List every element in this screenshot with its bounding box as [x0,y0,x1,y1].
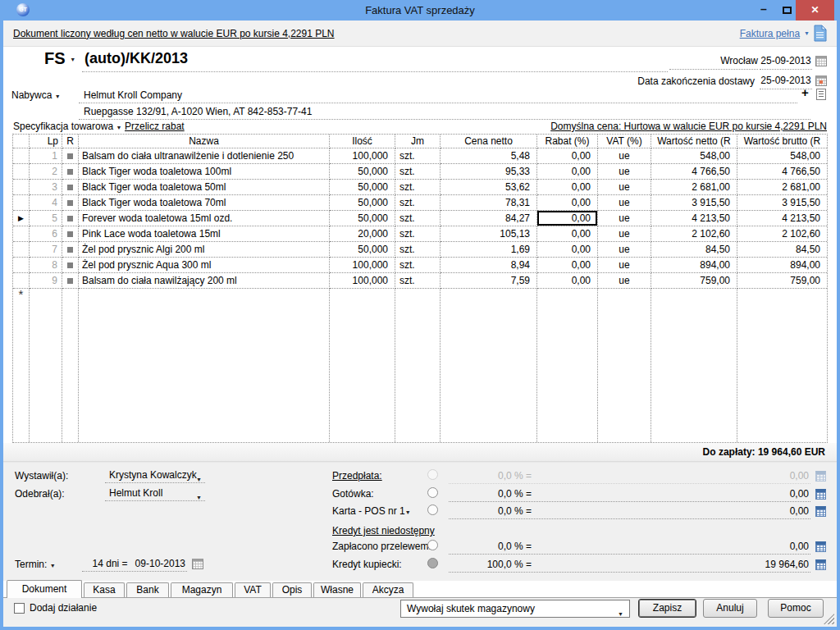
cell-discount[interactable]: 0,00 [537,148,598,164]
add-action-checkbox[interactable] [14,603,25,614]
tab-dokument[interactable]: Dokument [7,580,82,598]
cell-price[interactable]: 7,59 [441,273,537,289]
resize-grip[interactable] [824,614,834,624]
prepayment-amount[interactable]: 0,00 [790,468,809,484]
card-selector[interactable]: Karta - POS nr 1▼ [332,504,411,519]
minimize-button[interactable]: – [753,0,774,21]
cell-price[interactable]: 95,33 [441,164,537,180]
cell-net[interactable]: 4 766,50 [651,164,737,180]
cell-gross[interactable]: 759,00 [737,273,827,289]
cell-unit[interactable]: szt. [395,164,441,180]
cell-unit[interactable]: szt. [395,195,441,211]
cell-discount[interactable]: 0,00 [537,242,598,258]
calculator-icon[interactable] [815,541,826,552]
cell-vat[interactable]: ue [598,148,651,164]
cell-name[interactable]: Żel pod prysznic Aqua 300 ml [79,258,330,273]
cell-qty[interactable]: 50,000 [330,195,395,211]
cell-unit[interactable]: szt. [395,211,441,226]
cash-radio[interactable] [427,487,438,498]
save-button[interactable]: Zapisz [638,599,696,618]
cell-vat[interactable]: ue [598,242,651,258]
row-selector[interactable] [13,226,30,242]
cell-net[interactable]: 894,00 [651,258,737,273]
cell-name[interactable]: Black Tiger woda toaletowa 100ml [79,164,330,180]
close-button[interactable]: ✕ [796,0,834,21]
cell-net[interactable]: 759,00 [651,273,737,289]
help-button[interactable]: Pomoc [768,599,824,618]
cell-discount[interactable]: 0,00 [537,164,598,180]
cell-discount-selected[interactable]: 0,00 [537,211,598,226]
row-selector[interactable] [13,148,30,164]
cell-gross[interactable]: 548,00 [737,148,827,164]
invoice-type-link[interactable]: Faktura pełna [740,28,800,39]
cell-net[interactable]: 3 915,50 [651,195,737,211]
cell-name[interactable]: Pink Lace woda toaletowa 15ml [79,226,330,242]
cell-qty[interactable]: 20,000 [330,226,395,242]
cell-vat[interactable]: ue [598,180,651,195]
pricing-info-link[interactable]: Dokument liczony według cen netto w walu… [13,28,335,39]
cell-qty[interactable]: 100,000 [330,258,395,273]
cancel-button[interactable]: Anuluj [703,599,757,618]
cell-gross[interactable]: 4 766,50 [737,164,827,180]
calendar-icon[interactable] [815,75,827,86]
cell-gross[interactable]: 4 213,50 [737,211,827,226]
row-selector[interactable] [13,195,30,211]
calculator-icon[interactable] [815,506,826,517]
buyer-address-field[interactable]: Ruepgasse 132/91, A-1020 Wien, AT 842-85… [79,105,810,120]
cell-gross[interactable]: 2 681,00 [737,180,827,195]
cell-unit[interactable]: szt. [395,242,441,258]
cell-discount[interactable]: 0,00 [537,273,598,289]
cell-vat[interactable]: ue [598,226,651,242]
cell-price[interactable]: 105,13 [441,226,537,242]
row-selector[interactable] [13,164,30,180]
tab-magazyn[interactable]: Magazyn [171,582,233,597]
cell-name[interactable]: Forever woda toaletowa 15ml ozd. [79,211,330,226]
merchant-credit-percent[interactable]: 100,0 % = [449,557,532,573]
cell-qty[interactable]: 50,000 [330,242,395,258]
cell-discount[interactable]: 0,00 [537,258,598,273]
merchant-credit-radio[interactable] [427,558,438,568]
row-selector[interactable] [13,258,30,273]
card-percent[interactable]: 0,0 % = [449,504,532,519]
row-selector-current[interactable]: ▶ [13,211,30,226]
doc-type-selector[interactable]: FS ▼ [44,49,75,68]
cell-name[interactable]: Żel pod prysznic Algi 200 ml [79,242,330,258]
default-price-link[interactable]: Domyślna cena: Hurtowa w walucie EUR po … [550,120,827,134]
cell-qty[interactable]: 100,000 [330,273,395,289]
doc-number-field[interactable]: (auto)/KK/2013 [84,50,188,67]
calendar-icon[interactable] [815,56,827,66]
cell-net[interactable]: 2 681,00 [651,180,737,195]
cell-vat[interactable]: ue [598,258,651,273]
cell-qty[interactable]: 50,000 [330,164,395,180]
merchant-credit-amount[interactable]: 19 964,60 [765,557,809,573]
cell-unit[interactable]: szt. [395,258,441,273]
cell-net[interactable]: 548,00 [651,148,737,164]
buyer-name-field[interactable]: Helmut Kroll Company [79,88,797,103]
received-by-combo[interactable]: Helmut Kroll▼ [105,486,205,501]
card-amount[interactable]: 0,00 [790,504,809,519]
cell-vat[interactable]: ue [598,211,651,226]
cell-gross[interactable]: 84,50 [737,242,827,258]
buyer-list-icon[interactable] [816,89,826,100]
credit-unavailable-link[interactable]: Kredyt jest niedostępny [332,523,435,539]
transfer-radio[interactable] [427,540,438,550]
cell-vat[interactable]: ue [598,195,651,211]
calculator-icon[interactable] [815,489,826,500]
tab-wlasne[interactable]: Własne [313,582,361,597]
row-selector[interactable] [13,273,30,289]
prepayment-link[interactable]: Przedpłata: [332,468,382,484]
spec-dropdown[interactable]: Specyfikacja towarowa ▼ [13,120,121,135]
cell-name[interactable]: Black Tiger woda toaletowa 70ml [79,195,330,211]
issued-by-combo[interactable]: Krystyna Kowalczyk▼ [105,468,205,483]
prepayment-percent[interactable]: 0,0 % = [449,468,532,484]
transfer-percent[interactable]: 0,0 % = [449,539,532,555]
transfer-amount[interactable]: 0,00 [790,539,809,555]
tab-akcyza[interactable]: Akcyza [363,582,413,597]
cell-gross[interactable]: 2 102,60 [737,226,827,242]
cell-price[interactable]: 84,27 [441,211,537,226]
cell-qty[interactable]: 50,000 [330,211,395,226]
term-selector[interactable]: Termin: ▼ [15,557,56,573]
cell-price[interactable]: 78,31 [441,195,537,211]
cell-qty[interactable]: 100,000 [330,148,395,164]
document-icon[interactable] [814,25,827,42]
